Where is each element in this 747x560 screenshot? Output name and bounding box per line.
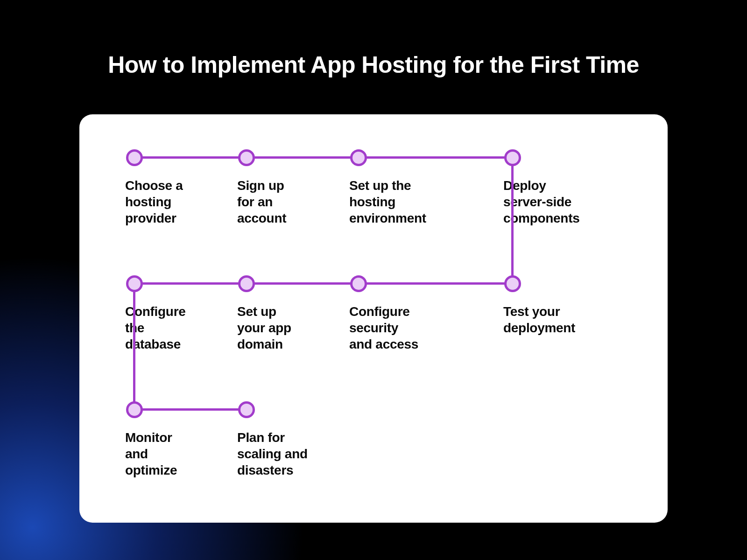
connector-7-8: [140, 282, 241, 285]
step-label-6: Configure security and access: [349, 303, 418, 352]
connector-3-4: [364, 156, 507, 159]
diagram-card: Choose a hosting provider Sign up for an…: [79, 114, 668, 523]
step-node-5: [504, 275, 521, 292]
connector-1-2: [140, 156, 241, 159]
step-node-6: [350, 275, 367, 292]
page-title: How to Implement App Hosting for the Fir…: [0, 51, 747, 78]
connector-8-9: [133, 289, 135, 404]
step-label-7: Set up your app domain: [237, 303, 291, 352]
step-node-3: [350, 149, 367, 166]
connector-5-6: [364, 282, 507, 285]
step-node-9: [126, 401, 143, 418]
step-label-5: Test your deployment: [503, 303, 575, 336]
connector-6-7: [252, 282, 353, 285]
step-label-1: Choose a hosting provider: [125, 177, 183, 226]
step-label-2: Sign up for an account: [237, 177, 286, 226]
step-node-10: [238, 401, 255, 418]
step-label-3: Set up the hosting environment: [349, 177, 426, 226]
step-label-9: Monitor and optimize: [125, 429, 177, 478]
step-node-7: [238, 275, 255, 292]
step-node-2: [238, 149, 255, 166]
connector-2-3: [252, 156, 353, 159]
step-node-4: [504, 149, 521, 166]
step-node-8: [126, 275, 143, 292]
step-label-4: Deploy server-side components: [503, 177, 579, 226]
step-label-10: Plan for scaling and disasters: [237, 429, 308, 478]
connector-4-5: [511, 163, 514, 278]
connector-9-10: [140, 408, 241, 411]
step-node-1: [126, 149, 143, 166]
